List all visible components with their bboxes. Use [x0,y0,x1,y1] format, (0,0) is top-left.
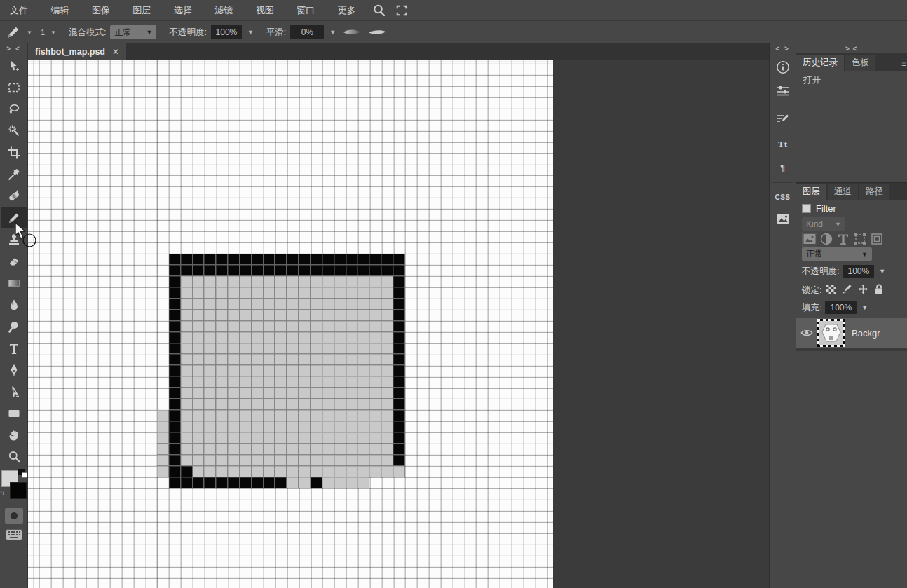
layer-name: Backgr [852,328,888,339]
dropdown-arrow-icon: ▼ [27,29,32,36]
pressure-opacity-icon[interactable] [368,28,386,36]
dropdown-arrow-icon[interactable]: ▼ [247,29,254,36]
panel-tab[interactable]: 路径 [859,184,889,200]
path-select-tool[interactable] [1,381,27,402]
lasso-tool[interactable] [1,98,27,120]
dropdown-arrow-icon[interactable]: ▼ [50,29,56,36]
filter-checkbox[interactable] [802,204,811,213]
layer-thumbnail[interactable] [817,319,845,347]
image-panel-icon[interactable] [774,211,792,229]
menu-item[interactable]: 图层 [123,5,161,15]
crop-icon [7,146,21,160]
info-icon[interactable] [774,60,792,78]
lock-paint-icon[interactable] [841,283,853,297]
panel-tab[interactable]: 图层 [796,184,826,200]
move-tool[interactable] [1,55,27,76]
strip-collapse-button[interactable]: < > [775,43,789,55]
character-panel-icon: Tt [778,139,787,150]
menu-item[interactable]: 图像 [82,5,120,15]
opacity-input[interactable]: 100% [211,25,242,39]
pressure-size-icon[interactable] [343,28,361,36]
paragraph-panel-icon[interactable]: ¶ [774,158,792,177]
right-panel: > < 历史记录 色板 ≡ 打开 图层 通道 路径 Filter [796,43,907,588]
crop-tool[interactable] [1,142,27,163]
magic-wand-tool[interactable] [1,120,27,142]
marquee-tool[interactable] [1,76,27,98]
eraser-icon [7,254,21,268]
eraser-tool[interactable] [1,250,27,272]
zoom-tool[interactable] [1,446,27,467]
pencil-tool[interactable] [1,207,27,228]
layer-blend-mode-select[interactable]: 正常 ▼ [802,247,872,261]
pen-tool[interactable] [1,359,27,381]
panel-tab[interactable]: 通道 [828,184,858,200]
layer-opacity-input[interactable]: 100% [843,265,874,278]
panel-tab[interactable]: 色板 [845,55,875,71]
menu-item[interactable]: 选择 [164,5,202,15]
lock-all-icon[interactable] [873,283,885,297]
paragraph-panel-icon: ¶ [780,162,785,173]
brush-size-value[interactable]: 1 [41,28,45,36]
css-panel-icon[interactable]: CSS [774,188,792,206]
menu-item[interactable]: 滤镜 [205,5,243,15]
background-color-swatch[interactable] [10,482,27,499]
layer-fill-input[interactable]: 100% [825,301,857,314]
type-tool[interactable] [1,337,27,359]
image-filter-icon [803,233,817,248]
keyboard-shortcuts-icon[interactable] [6,529,22,543]
clone-stamp-tool[interactable] [1,228,27,250]
adjustment-filter-icon[interactable] [819,233,834,247]
search-icon[interactable] [370,1,388,20]
dropdown-arrow-icon[interactable]: ▼ [861,304,868,311]
dropdown-arrow-icon[interactable]: ▼ [879,268,885,275]
menu-item[interactable]: 编辑 [41,5,79,15]
menu-item[interactable]: 更多 [328,5,366,15]
healing-brush-tool[interactable] [1,185,27,207]
character-panel-icon[interactable]: Tt [774,135,792,153]
canvas[interactable] [28,60,553,588]
lock-label: 锁定: [802,285,821,296]
quick-mask-button[interactable] [5,508,23,524]
css-panel-icon: CSS [775,193,790,201]
menu-item[interactable]: 窗口 [287,5,325,15]
panel-collapse-button[interactable]: > < [845,45,857,53]
menu-item[interactable]: 文件 [0,5,38,15]
toolbox: > < [0,43,28,588]
adjustments-icon[interactable] [774,83,792,101]
layer-row[interactable]: Backgr [796,318,907,348]
wand-icon [7,124,21,138]
fullscreen-icon[interactable] [393,1,411,20]
panel-menu-icon[interactable]: ≡ [901,59,906,69]
default-colors-icon[interactable] [18,469,27,478]
layer-visibility-eye-icon[interactable] [796,328,817,338]
document-tab[interactable]: fishbot_map.psd ✕ [28,43,126,60]
menu-item[interactable]: 视图 [246,5,284,15]
lock-transparency-icon[interactable] [826,284,837,297]
image-filter-icon[interactable] [802,233,817,247]
smart-object-filter-icon[interactable] [869,233,885,247]
toolbox-collapse-button[interactable]: > < [6,43,20,55]
smoothing-input[interactable]: 0% [290,25,324,39]
brush-settings-icon[interactable] [774,112,792,130]
dodge-icon [7,320,21,334]
eyedropper-tool[interactable] [1,163,27,185]
gradient-tool[interactable] [1,272,27,294]
transform-filter-icon[interactable] [852,233,868,247]
lock-position-icon[interactable] [857,283,869,297]
dropdown-arrow-icon[interactable]: ▼ [329,29,336,36]
history-item[interactable]: 打开 [796,73,907,88]
pencil-tool-preview-icon[interactable]: ▼ [6,25,32,40]
type-filter-icon[interactable] [836,233,851,247]
pencil-icon [7,211,21,225]
blend-mode-select[interactable]: 正常 ▼ [110,25,156,39]
dodge-tool[interactable] [1,315,27,337]
blur-tool[interactable] [1,294,27,315]
hand-tool[interactable] [1,424,27,446]
close-icon[interactable]: ✕ [112,47,119,57]
swap-colors-icon[interactable]: ⤷ [1,488,5,497]
kind-select[interactable]: Kind ▼ [802,217,845,231]
brush-settings-icon [775,112,791,130]
panel-tab[interactable]: 历史记录 [796,55,844,71]
dropdown-arrow-icon: ▼ [861,251,868,258]
shape-tool[interactable] [1,402,27,424]
